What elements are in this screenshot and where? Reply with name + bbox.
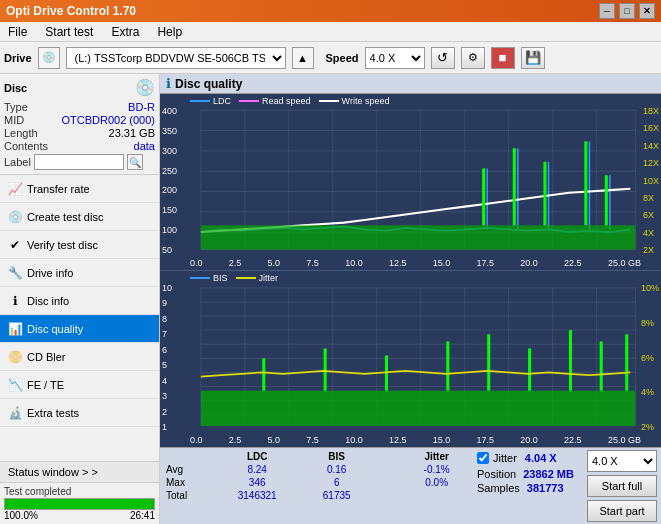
length-value: 23.31 GB bbox=[109, 127, 155, 139]
speed-dropdown[interactable]: 4.0 X bbox=[587, 450, 657, 472]
position-row: Position 23862 MB bbox=[477, 468, 577, 480]
menu-bar: File Start test Extra Help bbox=[0, 22, 661, 42]
app-title: Opti Drive Control 1.70 bbox=[6, 4, 136, 18]
nav-transfer-rate[interactable]: 📈 Transfer rate bbox=[0, 175, 159, 203]
type-label: Type bbox=[4, 101, 28, 113]
cd-bler-icon: 📀 bbox=[8, 350, 22, 364]
top-chart-svg bbox=[160, 94, 661, 270]
stats-avg-row: Avg 8.24 0.16 -0.1% bbox=[164, 463, 471, 476]
nav-extra-tests-label: Extra tests bbox=[27, 407, 79, 419]
max-label: Max bbox=[164, 476, 213, 489]
close-button[interactable]: ✕ bbox=[639, 3, 655, 19]
disc-panel: Disc 💿 Type BD-R MID OTCBDR002 (000) Len… bbox=[0, 74, 159, 175]
verify-test-disc-icon: ✔ bbox=[8, 238, 22, 252]
extra-tests-icon: 🔬 bbox=[8, 406, 22, 420]
speed-select[interactable]: 4.0 X bbox=[365, 47, 425, 69]
total-label: Total bbox=[164, 489, 213, 502]
max-ldc: 346 bbox=[213, 476, 301, 489]
eject-button[interactable]: ▲ bbox=[292, 47, 314, 69]
svg-rect-57 bbox=[487, 334, 490, 390]
progress-row: 100.0% 26:41 bbox=[4, 510, 155, 521]
sidebar-status: Status window > > Test completed 100.0% … bbox=[0, 461, 159, 524]
mid-value: OTCBDR002 (000) bbox=[61, 114, 155, 126]
nav-cd-bler-label: CD Bler bbox=[27, 351, 66, 363]
menu-file[interactable]: File bbox=[4, 25, 31, 39]
progress-label: Test completed bbox=[4, 486, 155, 497]
minimize-button[interactable]: ─ bbox=[599, 3, 615, 19]
svg-rect-59 bbox=[569, 330, 572, 391]
label-button[interactable]: 🔍 bbox=[127, 154, 143, 170]
disc-icon: 💿 bbox=[135, 78, 155, 97]
top-chart: LDC Read speed Write speed 400 350 30 bbox=[160, 94, 661, 271]
drive-info-icon: 🔧 bbox=[8, 266, 22, 280]
svg-rect-28 bbox=[584, 141, 587, 225]
svg-rect-54 bbox=[324, 348, 327, 390]
nav-drive-info[interactable]: 🔧 Drive info bbox=[0, 259, 159, 287]
bottom-chart: BIS Jitter 10 9 8 7 6 5 4 3 bbox=[160, 271, 661, 447]
nav-extra-tests[interactable]: 🔬 Extra tests bbox=[0, 399, 159, 427]
menu-help[interactable]: Help bbox=[153, 25, 186, 39]
stats-ldc-header: LDC bbox=[213, 450, 301, 463]
stats-table: LDC BIS Jitter Avg 8.24 0.16 -0.1% bbox=[164, 450, 471, 502]
jitter-section: Jitter 4.04 X bbox=[477, 452, 577, 464]
position-label: Position bbox=[477, 468, 516, 480]
nav-disc-info[interactable]: ℹ Disc info bbox=[0, 287, 159, 315]
avg-jitter: -0.1% bbox=[402, 463, 471, 476]
svg-rect-58 bbox=[528, 348, 531, 390]
bottom-chart-svg bbox=[160, 271, 661, 447]
nav-create-test-disc-label: Create test disc bbox=[27, 211, 103, 223]
drive-icon-button[interactable]: 💿 bbox=[38, 47, 60, 69]
max-jitter: 0.0% bbox=[402, 476, 471, 489]
menu-start-test[interactable]: Start test bbox=[41, 25, 97, 39]
window-controls: ─ □ ✕ bbox=[599, 3, 655, 19]
nav-cd-bler[interactable]: 📀 CD Bler bbox=[0, 343, 159, 371]
total-ldc: 3146321 bbox=[213, 489, 301, 502]
progress-bar-background bbox=[4, 498, 155, 510]
avg-bis: 0.16 bbox=[301, 463, 372, 476]
disc-quality-icon: 📊 bbox=[8, 322, 22, 336]
stats-bar: LDC BIS Jitter Avg 8.24 0.16 -0.1% bbox=[160, 447, 661, 524]
nav-disc-quality-label: Disc quality bbox=[27, 323, 83, 335]
main-layout: Disc 💿 Type BD-R MID OTCBDR002 (000) Len… bbox=[0, 74, 661, 524]
menu-extra[interactable]: Extra bbox=[107, 25, 143, 39]
max-bis: 6 bbox=[301, 476, 372, 489]
contents-label: Contents bbox=[4, 140, 48, 152]
nav-disc-info-label: Disc info bbox=[27, 295, 69, 307]
drive-select[interactable]: (L:) TSSTcorp BDDVDW SE-506CB TS02 bbox=[66, 47, 286, 69]
refresh-button[interactable]: ↺ bbox=[431, 47, 455, 69]
mid-label: MID bbox=[4, 114, 24, 126]
nav-create-test-disc[interactable]: 💿 Create test disc bbox=[0, 203, 159, 231]
nav-verify-test-disc[interactable]: ✔ Verify test disc bbox=[0, 231, 159, 259]
type-value: BD-R bbox=[128, 101, 155, 113]
speed-label: Speed bbox=[326, 52, 359, 64]
nav-fe-te[interactable]: 📉 FE / TE bbox=[0, 371, 159, 399]
drive-label: Drive bbox=[4, 52, 32, 64]
stats-bis-header: BIS bbox=[301, 450, 372, 463]
jitter-speed-section: Jitter 4.04 X Position 23862 MB Samples … bbox=[477, 450, 577, 494]
progress-time: 26:41 bbox=[130, 510, 155, 521]
chart-header: ℹ Disc quality bbox=[160, 74, 661, 94]
svg-rect-27 bbox=[543, 162, 546, 226]
color-button[interactable]: ■ bbox=[491, 47, 515, 69]
progress-percent: 100.0% bbox=[4, 510, 38, 521]
status-window-button[interactable]: Status window > > bbox=[0, 462, 159, 483]
maximize-button[interactable]: □ bbox=[619, 3, 635, 19]
nav-disc-quality[interactable]: 📊 Disc quality bbox=[0, 315, 159, 343]
stats-empty-header bbox=[164, 450, 213, 463]
svg-rect-61 bbox=[625, 334, 628, 390]
svg-rect-53 bbox=[262, 358, 265, 390]
svg-rect-60 bbox=[600, 341, 603, 390]
fe-te-icon: 📉 bbox=[8, 378, 22, 392]
label-input[interactable] bbox=[34, 154, 124, 170]
speed-actual: 4.04 X bbox=[525, 452, 557, 464]
stats-jitter-header: Jitter bbox=[402, 450, 471, 463]
length-label: Length bbox=[4, 127, 38, 139]
title-bar: Opti Drive Control 1.70 ─ □ ✕ bbox=[0, 0, 661, 22]
jitter-checkbox[interactable] bbox=[477, 452, 489, 464]
save-button[interactable]: 💾 bbox=[521, 47, 545, 69]
start-full-button[interactable]: Start full bbox=[587, 475, 657, 497]
stats-total-row: Total 3146321 61735 bbox=[164, 489, 471, 502]
settings-button[interactable]: ⚙ bbox=[461, 47, 485, 69]
stats-max-row: Max 346 6 0.0% bbox=[164, 476, 471, 489]
start-part-button[interactable]: Start part bbox=[587, 500, 657, 522]
